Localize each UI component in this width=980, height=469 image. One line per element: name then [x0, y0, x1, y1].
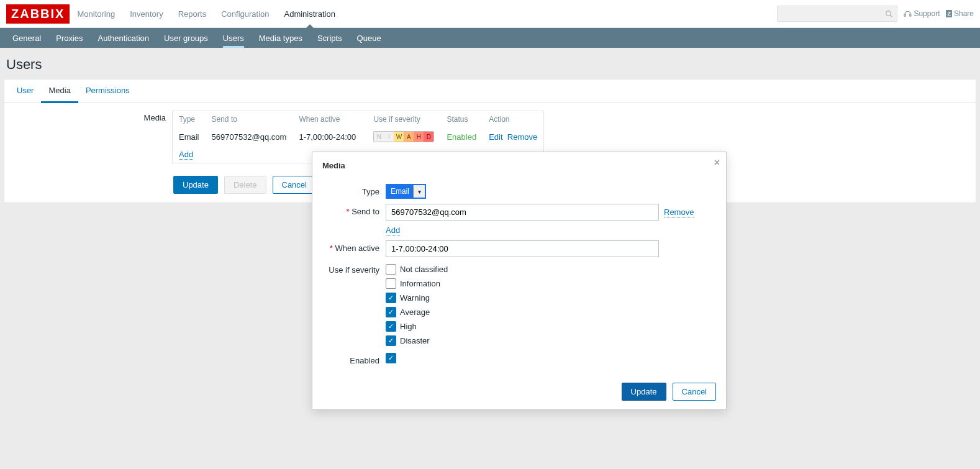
- col-sendto: Send to: [206, 111, 293, 127]
- modal-title: Media: [322, 161, 345, 170]
- subnav-item-user-groups[interactable]: User groups: [157, 28, 216, 48]
- topnav: ZABBIX MonitoringInventoryReportsConfigu…: [0, 0, 980, 28]
- sev-h: H: [414, 132, 424, 142]
- type-select-value: Email: [387, 186, 413, 197]
- col-action: Action: [483, 111, 543, 127]
- media-label: Media: [11, 111, 172, 163]
- update-button[interactable]: Update: [173, 176, 218, 194]
- modal-body: Type Email ▾ Send to Remove Add When act…: [312, 175, 726, 203]
- media-modal: Media × Type Email ▾ Send to Remove Add: [312, 152, 727, 203]
- label-type: Type: [322, 184, 386, 196]
- sev-w: W: [394, 132, 404, 142]
- topnav-item-configuration[interactable]: Configuration: [214, 0, 276, 27]
- subnav-item-proxies[interactable]: Proxies: [48, 28, 90, 48]
- subnav-item-users[interactable]: Users: [216, 28, 252, 48]
- topnav-item-reports[interactable]: Reports: [171, 0, 214, 27]
- cell-useif: N I W A H D: [367, 127, 440, 146]
- tab-user[interactable]: User: [9, 80, 41, 102]
- media-table-header: Type Send to When active Use if severity…: [173, 111, 543, 127]
- support-label: Support: [914, 9, 940, 18]
- svg-line-1: [891, 15, 892, 17]
- tabs: UserMediaPermissions: [4, 80, 976, 103]
- topnav-item-monitoring[interactable]: Monitoring: [70, 0, 122, 27]
- tab-media[interactable]: Media: [41, 80, 78, 103]
- search-icon: [885, 10, 893, 18]
- severity-strip: N I W A H D: [373, 131, 434, 142]
- svg-rect-3: [910, 14, 911, 16]
- svg-rect-2: [905, 14, 906, 16]
- modal-header: Media ×: [312, 152, 726, 175]
- chevron-down-icon: ▾: [413, 185, 425, 198]
- cell-sendto: 569707532@qq.com: [206, 127, 293, 146]
- cell-status: Enabled: [440, 127, 483, 146]
- brand-logo: ZABBIX: [6, 4, 70, 24]
- tab-permissions[interactable]: Permissions: [78, 80, 137, 102]
- subnav-item-media-types[interactable]: Media types: [252, 28, 310, 48]
- sev-a: A: [404, 132, 414, 142]
- sev-n: N: [374, 132, 384, 142]
- topnav-item-inventory[interactable]: Inventory: [122, 0, 170, 27]
- topnav-item-administration[interactable]: Administration: [277, 0, 343, 27]
- subnav-item-queue[interactable]: Queue: [350, 28, 389, 48]
- subnav-item-general[interactable]: General: [5, 28, 48, 48]
- col-when: When active: [293, 111, 367, 127]
- cell-when: 1-7,00:00-24:00: [293, 127, 367, 146]
- edit-link[interactable]: Edit: [489, 132, 502, 142]
- status-enabled: Enabled: [447, 132, 476, 142]
- subnav-item-authentication[interactable]: Authentication: [91, 28, 157, 48]
- remove-link[interactable]: Remove: [507, 132, 537, 142]
- search-input[interactable]: [777, 6, 897, 22]
- share-link[interactable]: Z Share: [946, 9, 974, 18]
- table-row: Email 569707532@qq.com 1-7,00:00-24:00 N…: [173, 127, 543, 146]
- headset-icon: [904, 10, 912, 18]
- col-status: Status: [440, 111, 483, 127]
- type-select[interactable]: Email ▾: [386, 184, 426, 199]
- cell-type: Email: [173, 127, 206, 146]
- svg-point-0: [886, 11, 891, 16]
- col-useif: Use if severity: [367, 111, 440, 127]
- cancel-button[interactable]: Cancel: [273, 176, 316, 194]
- topnav-right: Support Z Share: [777, 6, 974, 22]
- page-title: Users: [0, 48, 980, 79]
- cell-action: Edit Remove: [483, 127, 543, 146]
- subnav: GeneralProxiesAuthenticationUser groupsU…: [0, 28, 980, 48]
- sev-i: I: [384, 132, 394, 142]
- close-icon[interactable]: ×: [714, 157, 720, 168]
- support-link[interactable]: Support: [904, 9, 940, 18]
- share-label: Share: [954, 9, 974, 18]
- col-type: Type: [173, 111, 206, 127]
- add-media-link[interactable]: Add: [179, 150, 193, 160]
- delete-button: Delete: [224, 176, 266, 194]
- subnav-item-scripts[interactable]: Scripts: [310, 28, 350, 48]
- z-icon: Z: [946, 10, 952, 17]
- row-type: Type Email ▾: [322, 184, 716, 199]
- topnav-items: MonitoringInventoryReportsConfigurationA…: [70, 0, 342, 27]
- sev-d: D: [424, 132, 433, 142]
